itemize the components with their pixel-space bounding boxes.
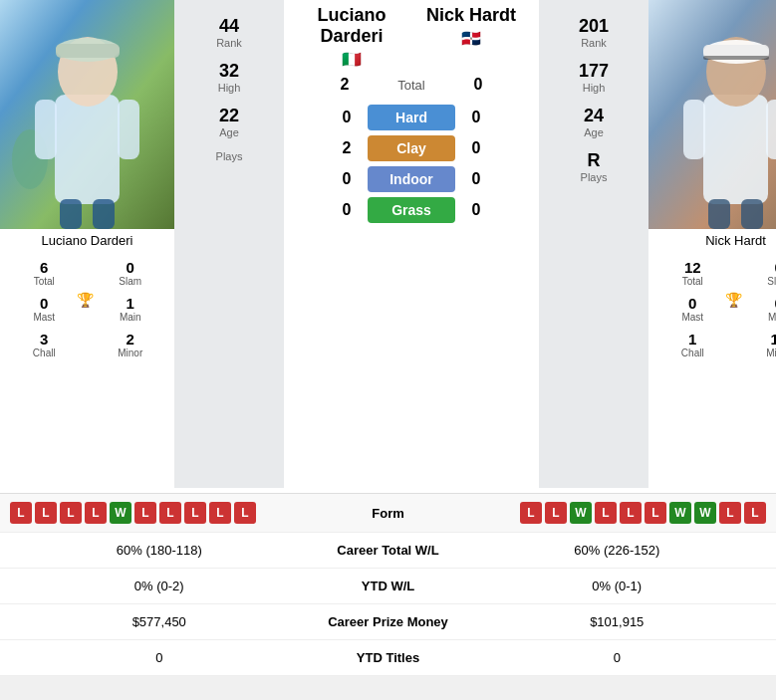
hard-badge: Hard (368, 105, 455, 130)
left-name-heading: LucianoDarderi (292, 5, 411, 47)
right-minor-item: 11 Minor (737, 328, 777, 361)
right-slam-lbl: Slam (767, 276, 776, 287)
right-high-box: 177 High (544, 55, 644, 100)
left-total-item: 6 Total (2, 256, 87, 290)
total-score-row: 2 Total 0 (336, 76, 487, 94)
svg-rect-15 (703, 56, 769, 60)
left-mast-item: 0 Mast (2, 292, 87, 326)
left-total-lbl: Total (34, 276, 55, 287)
left-trophy-icon: 🏆 (77, 292, 94, 308)
left-photo-box (0, 0, 174, 229)
left-high-box: 32 High (179, 55, 279, 100)
svg-rect-18 (708, 199, 730, 229)
grass-score-right: 0 (467, 201, 485, 219)
right-chall-val: 1 (688, 331, 696, 348)
right-form-badge-1: L (545, 502, 567, 524)
right-rank-box: 201 Rank (544, 10, 644, 55)
right-player-name-label: Nick Hardt (648, 229, 776, 252)
right-age-lbl: Age (544, 126, 644, 138)
right-flag: 🇩🇴 (411, 29, 531, 48)
right-age-val: 24 (544, 106, 644, 126)
right-rank-val: 201 (544, 16, 644, 37)
surface-section: 0 Hard 0 2 Clay 0 0 Indoor 0 0 Grass (292, 105, 531, 223)
left-form-badge-8: L (209, 502, 231, 524)
left-chall-item: 3 Chall (2, 328, 87, 361)
left-form-badge-7: L (184, 502, 206, 524)
right-chall-lbl: Chall (681, 348, 704, 358)
right-minor-val: 11 (770, 331, 776, 348)
stat-val-left-0: 60% (180-118) (10, 543, 309, 558)
left-form-badge-2: L (60, 502, 82, 524)
hard-row: 0 Hard 0 (292, 105, 531, 130)
left-total-val: 6 (40, 259, 48, 276)
svg-rect-19 (741, 199, 763, 229)
left-mast-lbl: Mast (33, 312, 55, 323)
left-rank-val: 44 (179, 16, 279, 37)
right-chall-item: 1 Chall (650, 328, 735, 361)
right-form-badge-7: W (694, 502, 716, 524)
right-mast-lbl: Mast (681, 312, 703, 323)
total-score-label: Total (368, 78, 455, 93)
stat-val-right-3: 0 (468, 650, 767, 665)
left-slam-item: 0 Slam (89, 256, 173, 290)
left-stats-grid: 6 Total 0 Slam 0 Mast 1 Main 🏆 3 (0, 252, 174, 365)
right-photo-bg (648, 0, 776, 229)
right-main-item: 0 Main 🏆 (737, 292, 777, 326)
clay-score-right: 0 (467, 139, 485, 157)
stat-val-right-1: 0% (0-1) (468, 579, 767, 593)
total-score-right: 0 (469, 76, 487, 94)
left-rank-lbl: Rank (179, 37, 279, 49)
right-total-item: 12 Total (650, 256, 735, 290)
left-player-name-label: Luciano Darderi (0, 229, 174, 252)
right-photo-box (648, 0, 776, 229)
right-form-badge-3: L (595, 502, 617, 524)
left-high-val: 32 (179, 61, 279, 82)
right-form-badge-4: L (620, 502, 642, 524)
stat-val-left-3: 0 (10, 650, 309, 665)
indoor-badge: Indoor (368, 166, 455, 192)
right-player-silhouette (648, 0, 776, 229)
total-score-left: 2 (336, 76, 354, 94)
hard-score-right: 0 (467, 109, 485, 126)
grass-score-left: 0 (338, 201, 356, 219)
svg-rect-7 (118, 100, 139, 159)
left-plays-box: Plays (179, 144, 279, 168)
right-mast-item: 0 Mast (650, 292, 735, 326)
right-form-badge-2: W (570, 502, 592, 524)
stats-rows-container: 60% (180-118) Career Total W/L 60% (226-… (0, 533, 776, 676)
left-mast-val: 0 (40, 295, 48, 312)
clay-badge: Clay (368, 135, 455, 161)
svg-rect-6 (35, 100, 57, 159)
right-high-lbl: High (544, 82, 644, 94)
left-form-badge-3: L (85, 502, 107, 524)
left-minor-item: 2 Minor (89, 328, 173, 361)
svg-rect-17 (766, 100, 776, 159)
left-slam-val: 0 (127, 259, 134, 276)
form-label: Form (339, 506, 438, 521)
hard-score-left: 0 (338, 109, 356, 126)
right-mast-val: 0 (688, 295, 696, 312)
left-minor-val: 2 (127, 331, 134, 348)
stat-row-3: 0 YTD Titles 0 (0, 640, 776, 676)
left-main-item: 1 Main 🏆 (89, 292, 173, 326)
right-total-val: 12 (684, 259, 701, 276)
right-form-badge-0: L (520, 502, 542, 524)
left-age-lbl: Age (179, 126, 279, 138)
clay-score-left: 2 (338, 139, 356, 157)
left-form-badge-5: L (134, 502, 156, 524)
left-form-badge-0: L (10, 502, 32, 524)
right-age-box: 24 Age (544, 100, 644, 144)
left-age-box: 22 Age (179, 100, 279, 144)
svg-rect-16 (683, 100, 705, 159)
left-plays-lbl: Plays (179, 150, 279, 162)
right-form-badge-8: L (719, 502, 741, 524)
left-chall-lbl: Chall (33, 348, 56, 358)
bottom-section: LLLLWLLLLL Form LLWLLLWWLL 60% (180-118)… (0, 493, 776, 676)
stat-row-2: $577,450 Career Prize Money $101,915 (0, 604, 776, 640)
stat-val-left-2: $577,450 (10, 614, 309, 629)
right-player-name-top: Nick Hardt 🇩🇴 (411, 5, 531, 72)
main-container: Luciano Darderi 6 Total 0 Slam 0 Mast 1 … (0, 0, 776, 676)
left-high-lbl: High (179, 82, 279, 94)
left-form-badges: LLLLWLLLLL (10, 502, 339, 524)
svg-rect-11 (703, 95, 768, 204)
